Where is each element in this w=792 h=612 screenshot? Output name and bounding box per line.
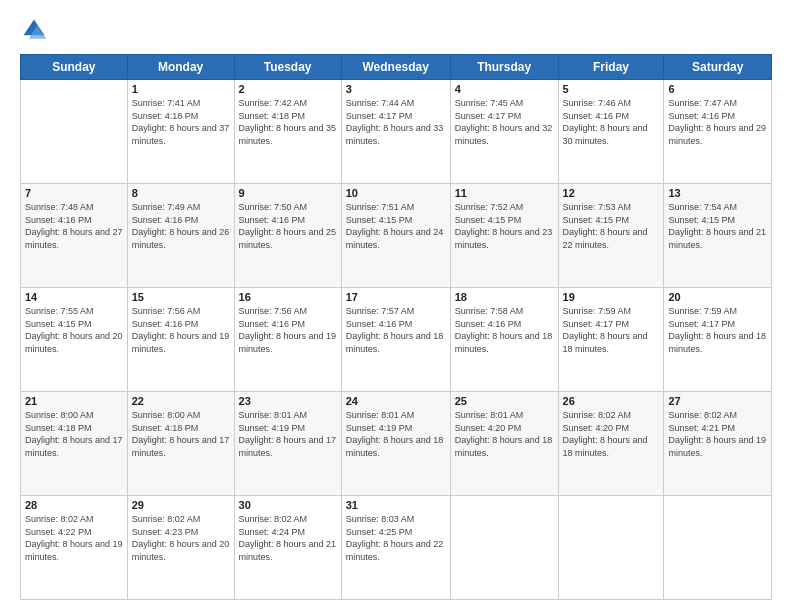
day-number: 28 [25, 499, 123, 511]
calendar-cell: 15Sunrise: 7:56 AMSunset: 4:16 PMDayligh… [127, 288, 234, 392]
calendar-week-3: 14Sunrise: 7:55 AMSunset: 4:15 PMDayligh… [21, 288, 772, 392]
calendar-table: SundayMondayTuesdayWednesdayThursdayFrid… [20, 54, 772, 600]
weekday-header-friday: Friday [558, 55, 664, 80]
day-info: Sunrise: 7:50 AMSunset: 4:16 PMDaylight:… [239, 201, 337, 251]
day-number: 2 [239, 83, 337, 95]
calendar-cell: 4Sunrise: 7:45 AMSunset: 4:17 PMDaylight… [450, 80, 558, 184]
day-info: Sunrise: 8:02 AMSunset: 4:21 PMDaylight:… [668, 409, 767, 459]
day-number: 24 [346, 395, 446, 407]
day-info: Sunrise: 7:58 AMSunset: 4:16 PMDaylight:… [455, 305, 554, 355]
day-info: Sunrise: 7:47 AMSunset: 4:16 PMDaylight:… [668, 97, 767, 147]
day-number: 22 [132, 395, 230, 407]
day-number: 9 [239, 187, 337, 199]
day-info: Sunrise: 7:56 AMSunset: 4:16 PMDaylight:… [239, 305, 337, 355]
day-number: 21 [25, 395, 123, 407]
calendar-cell: 11Sunrise: 7:52 AMSunset: 4:15 PMDayligh… [450, 184, 558, 288]
calendar-cell: 25Sunrise: 8:01 AMSunset: 4:20 PMDayligh… [450, 392, 558, 496]
day-info: Sunrise: 7:44 AMSunset: 4:17 PMDaylight:… [346, 97, 446, 147]
calendar-week-5: 28Sunrise: 8:02 AMSunset: 4:22 PMDayligh… [21, 496, 772, 600]
weekday-header-tuesday: Tuesday [234, 55, 341, 80]
weekday-header-row: SundayMondayTuesdayWednesdayThursdayFrid… [21, 55, 772, 80]
day-info: Sunrise: 7:42 AMSunset: 4:18 PMDaylight:… [239, 97, 337, 147]
calendar-cell: 1Sunrise: 7:41 AMSunset: 4:18 PMDaylight… [127, 80, 234, 184]
calendar-cell: 28Sunrise: 8:02 AMSunset: 4:22 PMDayligh… [21, 496, 128, 600]
calendar-cell: 22Sunrise: 8:00 AMSunset: 4:18 PMDayligh… [127, 392, 234, 496]
calendar-cell: 12Sunrise: 7:53 AMSunset: 4:15 PMDayligh… [558, 184, 664, 288]
day-number: 5 [563, 83, 660, 95]
day-number: 6 [668, 83, 767, 95]
day-number: 29 [132, 499, 230, 511]
day-info: Sunrise: 7:59 AMSunset: 4:17 PMDaylight:… [668, 305, 767, 355]
day-number: 26 [563, 395, 660, 407]
day-info: Sunrise: 8:00 AMSunset: 4:18 PMDaylight:… [25, 409, 123, 459]
day-info: Sunrise: 7:59 AMSunset: 4:17 PMDaylight:… [563, 305, 660, 355]
day-info: Sunrise: 7:45 AMSunset: 4:17 PMDaylight:… [455, 97, 554, 147]
calendar-cell: 20Sunrise: 7:59 AMSunset: 4:17 PMDayligh… [664, 288, 772, 392]
calendar-cell: 3Sunrise: 7:44 AMSunset: 4:17 PMDaylight… [341, 80, 450, 184]
day-info: Sunrise: 8:00 AMSunset: 4:18 PMDaylight:… [132, 409, 230, 459]
day-info: Sunrise: 8:01 AMSunset: 4:19 PMDaylight:… [239, 409, 337, 459]
calendar-cell: 27Sunrise: 8:02 AMSunset: 4:21 PMDayligh… [664, 392, 772, 496]
header [20, 16, 772, 44]
day-info: Sunrise: 8:02 AMSunset: 4:23 PMDaylight:… [132, 513, 230, 563]
calendar-cell: 17Sunrise: 7:57 AMSunset: 4:16 PMDayligh… [341, 288, 450, 392]
calendar-cell [664, 496, 772, 600]
calendar-cell: 10Sunrise: 7:51 AMSunset: 4:15 PMDayligh… [341, 184, 450, 288]
calendar-cell: 31Sunrise: 8:03 AMSunset: 4:25 PMDayligh… [341, 496, 450, 600]
calendar-cell: 14Sunrise: 7:55 AMSunset: 4:15 PMDayligh… [21, 288, 128, 392]
day-info: Sunrise: 7:49 AMSunset: 4:16 PMDaylight:… [132, 201, 230, 251]
day-number: 30 [239, 499, 337, 511]
day-info: Sunrise: 7:51 AMSunset: 4:15 PMDaylight:… [346, 201, 446, 251]
calendar-cell: 18Sunrise: 7:58 AMSunset: 4:16 PMDayligh… [450, 288, 558, 392]
page: SundayMondayTuesdayWednesdayThursdayFrid… [0, 0, 792, 612]
day-info: Sunrise: 7:57 AMSunset: 4:16 PMDaylight:… [346, 305, 446, 355]
calendar-week-2: 7Sunrise: 7:48 AMSunset: 4:16 PMDaylight… [21, 184, 772, 288]
day-info: Sunrise: 7:48 AMSunset: 4:16 PMDaylight:… [25, 201, 123, 251]
weekday-header-sunday: Sunday [21, 55, 128, 80]
day-number: 8 [132, 187, 230, 199]
day-number: 4 [455, 83, 554, 95]
weekday-header-thursday: Thursday [450, 55, 558, 80]
day-info: Sunrise: 8:02 AMSunset: 4:24 PMDaylight:… [239, 513, 337, 563]
day-info: Sunrise: 8:03 AMSunset: 4:25 PMDaylight:… [346, 513, 446, 563]
weekday-header-monday: Monday [127, 55, 234, 80]
calendar-cell: 8Sunrise: 7:49 AMSunset: 4:16 PMDaylight… [127, 184, 234, 288]
calendar-cell: 16Sunrise: 7:56 AMSunset: 4:16 PMDayligh… [234, 288, 341, 392]
day-number: 14 [25, 291, 123, 303]
day-number: 19 [563, 291, 660, 303]
day-info: Sunrise: 7:41 AMSunset: 4:18 PMDaylight:… [132, 97, 230, 147]
calendar-cell: 24Sunrise: 8:01 AMSunset: 4:19 PMDayligh… [341, 392, 450, 496]
calendar-cell: 26Sunrise: 8:02 AMSunset: 4:20 PMDayligh… [558, 392, 664, 496]
calendar-cell: 7Sunrise: 7:48 AMSunset: 4:16 PMDaylight… [21, 184, 128, 288]
day-number: 1 [132, 83, 230, 95]
calendar-cell: 23Sunrise: 8:01 AMSunset: 4:19 PMDayligh… [234, 392, 341, 496]
day-info: Sunrise: 7:53 AMSunset: 4:15 PMDaylight:… [563, 201, 660, 251]
day-info: Sunrise: 7:52 AMSunset: 4:15 PMDaylight:… [455, 201, 554, 251]
calendar-cell: 13Sunrise: 7:54 AMSunset: 4:15 PMDayligh… [664, 184, 772, 288]
calendar-cell [558, 496, 664, 600]
calendar-week-4: 21Sunrise: 8:00 AMSunset: 4:18 PMDayligh… [21, 392, 772, 496]
day-info: Sunrise: 7:46 AMSunset: 4:16 PMDaylight:… [563, 97, 660, 147]
day-number: 17 [346, 291, 446, 303]
day-number: 18 [455, 291, 554, 303]
day-number: 3 [346, 83, 446, 95]
weekday-header-saturday: Saturday [664, 55, 772, 80]
day-info: Sunrise: 8:02 AMSunset: 4:20 PMDaylight:… [563, 409, 660, 459]
day-info: Sunrise: 7:56 AMSunset: 4:16 PMDaylight:… [132, 305, 230, 355]
day-info: Sunrise: 7:55 AMSunset: 4:15 PMDaylight:… [25, 305, 123, 355]
day-number: 10 [346, 187, 446, 199]
day-number: 11 [455, 187, 554, 199]
calendar-week-1: 1Sunrise: 7:41 AMSunset: 4:18 PMDaylight… [21, 80, 772, 184]
calendar-cell: 29Sunrise: 8:02 AMSunset: 4:23 PMDayligh… [127, 496, 234, 600]
day-info: Sunrise: 8:02 AMSunset: 4:22 PMDaylight:… [25, 513, 123, 563]
day-number: 13 [668, 187, 767, 199]
day-info: Sunrise: 8:01 AMSunset: 4:20 PMDaylight:… [455, 409, 554, 459]
calendar-cell: 9Sunrise: 7:50 AMSunset: 4:16 PMDaylight… [234, 184, 341, 288]
calendar-cell: 30Sunrise: 8:02 AMSunset: 4:24 PMDayligh… [234, 496, 341, 600]
day-number: 20 [668, 291, 767, 303]
calendar-cell: 21Sunrise: 8:00 AMSunset: 4:18 PMDayligh… [21, 392, 128, 496]
day-number: 31 [346, 499, 446, 511]
day-number: 16 [239, 291, 337, 303]
day-number: 25 [455, 395, 554, 407]
calendar-cell: 2Sunrise: 7:42 AMSunset: 4:18 PMDaylight… [234, 80, 341, 184]
